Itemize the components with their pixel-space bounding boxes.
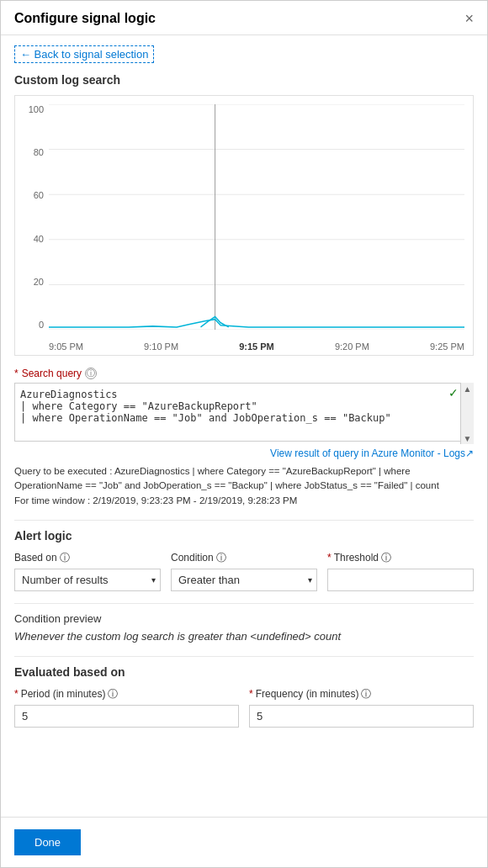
y-label-0: 0	[39, 320, 44, 330]
threshold-input[interactable]	[327, 569, 474, 591]
condition-preview-label: Condition preview	[14, 612, 474, 625]
y-axis: 100 80 60 40 20 0	[15, 104, 47, 330]
x-axis: 9:05 PM 9:10 PM 9:15 PM 9:20 PM 9:25 PM	[49, 331, 464, 355]
period-label: * Period (in minutes) ⓘ	[14, 687, 239, 701]
close-button[interactable]: ×	[464, 11, 474, 26]
x-label-905: 9:05 PM	[49, 341, 83, 352]
frequency-group: * Frequency (in minutes) ⓘ	[249, 687, 474, 728]
period-input[interactable]	[14, 705, 239, 728]
x-label-915: 9:15 PM	[239, 341, 274, 352]
evaluated-form-row: * Period (in minutes) ⓘ * Frequency (in …	[14, 687, 474, 728]
y-label-100: 100	[29, 104, 44, 114]
based-on-select-wrapper: Number of results Metric measurement ▾	[14, 569, 161, 591]
y-label-40: 40	[34, 234, 44, 244]
x-label-925: 9:25 PM	[430, 341, 464, 352]
chart-area: 100 80 60 40 20 0	[14, 95, 474, 356]
threshold-group: * Threshold ⓘ	[327, 551, 474, 591]
condition-preview-text: Whenever the custom log search is greate…	[14, 630, 474, 643]
section-title: Custom log search	[14, 73, 474, 87]
condition-select-wrapper: Greater than Less than Equal to ▾	[171, 569, 317, 591]
y-label-80: 80	[34, 147, 44, 157]
period-info-icon[interactable]: ⓘ	[108, 687, 118, 701]
dialog-footer: Done	[1, 817, 487, 867]
evaluated-section: Evaluated based on * Period (in minutes)…	[14, 665, 474, 728]
chart-svg	[49, 104, 464, 330]
scroll-up-arrow[interactable]: ▲	[462, 383, 474, 394]
search-query-label: * Search query ⓘ	[14, 368, 474, 379]
y-label-20: 20	[34, 277, 44, 287]
period-group: * Period (in minutes) ⓘ	[14, 687, 239, 728]
alert-logic-title: Alert logic	[14, 529, 474, 542]
done-button[interactable]: Done	[14, 829, 81, 855]
x-label-910: 9:10 PM	[144, 341, 178, 352]
search-query-input[interactable]: AzureDiagnostics | where Category == "Az…	[14, 383, 474, 442]
based-on-select[interactable]: Number of results Metric measurement	[14, 569, 161, 591]
condition-preview-section: Condition preview Whenever the custom lo…	[14, 612, 474, 643]
view-result-link[interactable]: View result of query in Azure Monitor - …	[14, 447, 474, 459]
evaluated-title: Evaluated based on	[14, 665, 474, 679]
condition-group: Condition ⓘ Greater than Less than Equal…	[171, 551, 317, 591]
condition-info-icon[interactable]: ⓘ	[216, 551, 226, 565]
based-on-label: Based on ⓘ	[14, 551, 161, 565]
frequency-label: * Frequency (in minutes) ⓘ	[249, 687, 474, 701]
threshold-info-icon[interactable]: ⓘ	[381, 551, 391, 565]
y-label-60: 60	[34, 190, 44, 200]
threshold-label: * Threshold ⓘ	[327, 551, 474, 565]
condition-label: Condition ⓘ	[171, 551, 317, 565]
query-info: Query to be executed : AzureDiagnostics …	[14, 464, 474, 508]
frequency-input[interactable]	[249, 705, 474, 728]
query-scrollbar[interactable]: ▲ ▼	[460, 383, 474, 444]
check-icon: ✓	[448, 386, 459, 400]
condition-select[interactable]: Greater than Less than Equal to	[171, 569, 317, 591]
x-label-920: 9:20 PM	[335, 341, 369, 352]
query-box-wrapper: AzureDiagnostics | where Category == "Az…	[14, 383, 474, 444]
search-query-info-icon[interactable]: ⓘ	[85, 368, 97, 379]
based-on-group: Based on ⓘ Number of results Metric meas…	[14, 551, 161, 591]
dialog-title: Configure signal logic	[14, 11, 156, 26]
based-on-info-icon[interactable]: ⓘ	[60, 551, 70, 565]
frequency-info-icon[interactable]: ⓘ	[361, 687, 371, 701]
scroll-down-arrow[interactable]: ▼	[462, 432, 474, 444]
chart-inner	[49, 104, 464, 330]
back-to-signal-link[interactable]: ← Back to signal selection	[14, 45, 154, 63]
alert-logic-row: Based on ⓘ Number of results Metric meas…	[14, 551, 474, 591]
